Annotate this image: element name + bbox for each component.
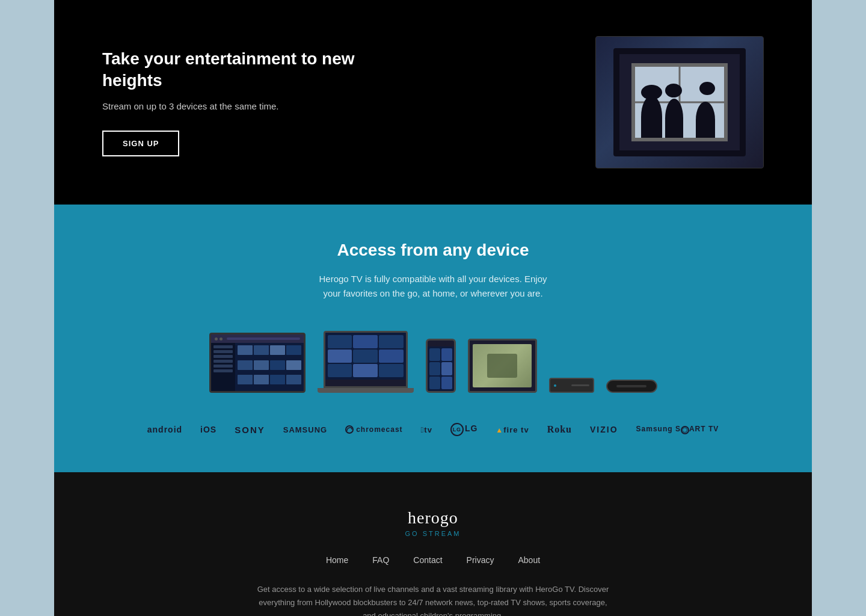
device-laptop (324, 331, 408, 388)
brand-chromecast: chromecast (345, 425, 402, 434)
brand-roku: Roku (547, 424, 572, 435)
footer-nav-contact[interactable]: Contact (413, 555, 442, 565)
footer-logo: herogo go stream (102, 508, 764, 537)
device-streaming-stick (606, 380, 657, 393)
footer-nav-faq[interactable]: FAQ (372, 555, 389, 565)
hero-title: Take your entertainment to new heights (102, 48, 355, 92)
footer-logo-text: herogo (102, 508, 764, 528)
devices-row (102, 331, 764, 393)
brand-vizio: VIZIO (590, 425, 618, 434)
device-tablet (468, 339, 537, 393)
footer-nav-about[interactable]: About (518, 555, 540, 565)
brand-android: android (147, 425, 182, 434)
brand-ios: iOS (200, 425, 216, 434)
footer-nav-privacy[interactable]: Privacy (467, 555, 494, 565)
signup-button[interactable]: SIGN UP (102, 131, 179, 156)
device-phone (426, 339, 456, 393)
device-desktop (209, 333, 306, 393)
device-set-top-wrapper (549, 378, 594, 393)
access-subtitle: Herogo TV is fully compatible with all y… (102, 272, 764, 301)
brand-firetv: ▲fire tv (496, 425, 529, 434)
chromecast-icon (345, 425, 354, 434)
footer-nav-home[interactable]: Home (326, 555, 348, 565)
device-laptop-wrapper (318, 331, 414, 393)
lg-circle-icon: LG (450, 423, 464, 436)
brand-samsung: SAMSUNG (283, 425, 327, 434)
hero-content: Take your entertainment to new heights S… (102, 48, 355, 157)
brand-samsung-smart: Samsung S◯ART TV (636, 425, 719, 434)
brand-appletv: tv (421, 425, 432, 434)
footer-logo-tagline: go stream (102, 530, 764, 537)
brands-row: android iOS SONY SAMSUNG chromecast tv … (102, 423, 764, 436)
device-streaming-wrapper (606, 380, 657, 393)
hero-image (595, 36, 764, 168)
footer-description: Get access to a wide selection of live c… (253, 583, 613, 616)
access-title: Access from any device (102, 241, 764, 260)
hero-subtitle: Stream on up to 3 devices at the same ti… (102, 101, 355, 111)
footer-nav: Home FAQ Contact Privacy About (102, 555, 764, 565)
device-set-top-box (549, 378, 594, 393)
brand-lg: LGLG (450, 423, 478, 436)
brand-sony: SONY (235, 425, 265, 435)
